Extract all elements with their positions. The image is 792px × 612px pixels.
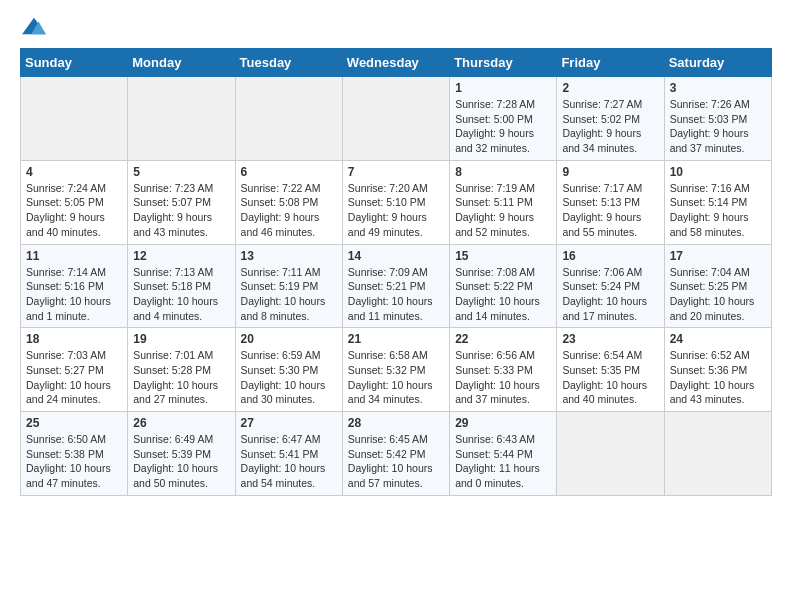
day-info: Sunrise: 7:26 AM Sunset: 5:03 PM Dayligh… [670,97,766,156]
calendar-cell: 4Sunrise: 7:24 AM Sunset: 5:05 PM Daylig… [21,160,128,244]
calendar-cell: 8Sunrise: 7:19 AM Sunset: 5:11 PM Daylig… [450,160,557,244]
calendar-cell: 7Sunrise: 7:20 AM Sunset: 5:10 PM Daylig… [342,160,449,244]
day-info: Sunrise: 7:24 AM Sunset: 5:05 PM Dayligh… [26,181,122,240]
day-info: Sunrise: 6:45 AM Sunset: 5:42 PM Dayligh… [348,432,444,491]
day-info: Sunrise: 7:22 AM Sunset: 5:08 PM Dayligh… [241,181,337,240]
calendar-cell: 28Sunrise: 6:45 AM Sunset: 5:42 PM Dayli… [342,412,449,496]
day-number: 26 [133,416,229,430]
day-number: 5 [133,165,229,179]
day-number: 24 [670,332,766,346]
day-number: 15 [455,249,551,263]
calendar-cell: 15Sunrise: 7:08 AM Sunset: 5:22 PM Dayli… [450,244,557,328]
day-info: Sunrise: 7:13 AM Sunset: 5:18 PM Dayligh… [133,265,229,324]
calendar-cell: 21Sunrise: 6:58 AM Sunset: 5:32 PM Dayli… [342,328,449,412]
calendar-cell: 17Sunrise: 7:04 AM Sunset: 5:25 PM Dayli… [664,244,771,328]
day-info: Sunrise: 6:58 AM Sunset: 5:32 PM Dayligh… [348,348,444,407]
day-info: Sunrise: 7:08 AM Sunset: 5:22 PM Dayligh… [455,265,551,324]
day-info: Sunrise: 7:27 AM Sunset: 5:02 PM Dayligh… [562,97,658,156]
calendar-cell: 20Sunrise: 6:59 AM Sunset: 5:30 PM Dayli… [235,328,342,412]
weekday-header-row: SundayMondayTuesdayWednesdayThursdayFrid… [21,49,772,77]
calendar-cell [557,412,664,496]
calendar-cell: 23Sunrise: 6:54 AM Sunset: 5:35 PM Dayli… [557,328,664,412]
day-number: 13 [241,249,337,263]
day-number: 22 [455,332,551,346]
day-number: 14 [348,249,444,263]
calendar-week-row: 25Sunrise: 6:50 AM Sunset: 5:38 PM Dayli… [21,412,772,496]
calendar-cell: 11Sunrise: 7:14 AM Sunset: 5:16 PM Dayli… [21,244,128,328]
calendar-cell [235,77,342,161]
calendar-cell [342,77,449,161]
day-info: Sunrise: 7:11 AM Sunset: 5:19 PM Dayligh… [241,265,337,324]
day-number: 4 [26,165,122,179]
day-info: Sunrise: 6:47 AM Sunset: 5:41 PM Dayligh… [241,432,337,491]
day-info: Sunrise: 7:09 AM Sunset: 5:21 PM Dayligh… [348,265,444,324]
day-info: Sunrise: 6:50 AM Sunset: 5:38 PM Dayligh… [26,432,122,491]
calendar-cell: 19Sunrise: 7:01 AM Sunset: 5:28 PM Dayli… [128,328,235,412]
calendar-cell: 29Sunrise: 6:43 AM Sunset: 5:44 PM Dayli… [450,412,557,496]
day-number: 12 [133,249,229,263]
day-info: Sunrise: 7:17 AM Sunset: 5:13 PM Dayligh… [562,181,658,240]
weekday-header: Thursday [450,49,557,77]
day-info: Sunrise: 7:23 AM Sunset: 5:07 PM Dayligh… [133,181,229,240]
calendar-week-row: 11Sunrise: 7:14 AM Sunset: 5:16 PM Dayli… [21,244,772,328]
calendar-cell: 12Sunrise: 7:13 AM Sunset: 5:18 PM Dayli… [128,244,235,328]
calendar-cell: 9Sunrise: 7:17 AM Sunset: 5:13 PM Daylig… [557,160,664,244]
calendar-cell: 5Sunrise: 7:23 AM Sunset: 5:07 PM Daylig… [128,160,235,244]
day-info: Sunrise: 6:54 AM Sunset: 5:35 PM Dayligh… [562,348,658,407]
logo-icon [20,16,48,38]
day-info: Sunrise: 6:49 AM Sunset: 5:39 PM Dayligh… [133,432,229,491]
calendar-cell: 6Sunrise: 7:22 AM Sunset: 5:08 PM Daylig… [235,160,342,244]
day-info: Sunrise: 7:14 AM Sunset: 5:16 PM Dayligh… [26,265,122,324]
day-info: Sunrise: 7:16 AM Sunset: 5:14 PM Dayligh… [670,181,766,240]
calendar-cell: 18Sunrise: 7:03 AM Sunset: 5:27 PM Dayli… [21,328,128,412]
calendar-cell: 2Sunrise: 7:27 AM Sunset: 5:02 PM Daylig… [557,77,664,161]
day-info: Sunrise: 7:19 AM Sunset: 5:11 PM Dayligh… [455,181,551,240]
weekday-header: Saturday [664,49,771,77]
weekday-header: Tuesday [235,49,342,77]
calendar-cell [21,77,128,161]
day-number: 6 [241,165,337,179]
calendar-cell: 3Sunrise: 7:26 AM Sunset: 5:03 PM Daylig… [664,77,771,161]
page-header [20,16,772,38]
day-number: 17 [670,249,766,263]
day-number: 7 [348,165,444,179]
day-number: 16 [562,249,658,263]
day-info: Sunrise: 6:56 AM Sunset: 5:33 PM Dayligh… [455,348,551,407]
day-number: 18 [26,332,122,346]
calendar-week-row: 1Sunrise: 7:28 AM Sunset: 5:00 PM Daylig… [21,77,772,161]
day-number: 8 [455,165,551,179]
day-info: Sunrise: 7:28 AM Sunset: 5:00 PM Dayligh… [455,97,551,156]
day-number: 11 [26,249,122,263]
calendar-cell: 16Sunrise: 7:06 AM Sunset: 5:24 PM Dayli… [557,244,664,328]
calendar-cell: 1Sunrise: 7:28 AM Sunset: 5:00 PM Daylig… [450,77,557,161]
day-info: Sunrise: 7:01 AM Sunset: 5:28 PM Dayligh… [133,348,229,407]
weekday-header: Wednesday [342,49,449,77]
calendar-cell: 14Sunrise: 7:09 AM Sunset: 5:21 PM Dayli… [342,244,449,328]
day-info: Sunrise: 7:03 AM Sunset: 5:27 PM Dayligh… [26,348,122,407]
day-number: 2 [562,81,658,95]
day-number: 19 [133,332,229,346]
day-number: 20 [241,332,337,346]
day-number: 23 [562,332,658,346]
weekday-header: Monday [128,49,235,77]
calendar-cell: 10Sunrise: 7:16 AM Sunset: 5:14 PM Dayli… [664,160,771,244]
calendar-cell: 13Sunrise: 7:11 AM Sunset: 5:19 PM Dayli… [235,244,342,328]
calendar-week-row: 18Sunrise: 7:03 AM Sunset: 5:27 PM Dayli… [21,328,772,412]
day-number: 28 [348,416,444,430]
day-info: Sunrise: 6:59 AM Sunset: 5:30 PM Dayligh… [241,348,337,407]
weekday-header: Sunday [21,49,128,77]
calendar-cell [664,412,771,496]
day-number: 27 [241,416,337,430]
day-info: Sunrise: 7:06 AM Sunset: 5:24 PM Dayligh… [562,265,658,324]
calendar-week-row: 4Sunrise: 7:24 AM Sunset: 5:05 PM Daylig… [21,160,772,244]
calendar-cell [128,77,235,161]
day-number: 1 [455,81,551,95]
day-number: 25 [26,416,122,430]
day-info: Sunrise: 6:52 AM Sunset: 5:36 PM Dayligh… [670,348,766,407]
day-number: 9 [562,165,658,179]
day-number: 29 [455,416,551,430]
day-number: 3 [670,81,766,95]
day-number: 10 [670,165,766,179]
calendar-cell: 24Sunrise: 6:52 AM Sunset: 5:36 PM Dayli… [664,328,771,412]
calendar-cell: 22Sunrise: 6:56 AM Sunset: 5:33 PM Dayli… [450,328,557,412]
